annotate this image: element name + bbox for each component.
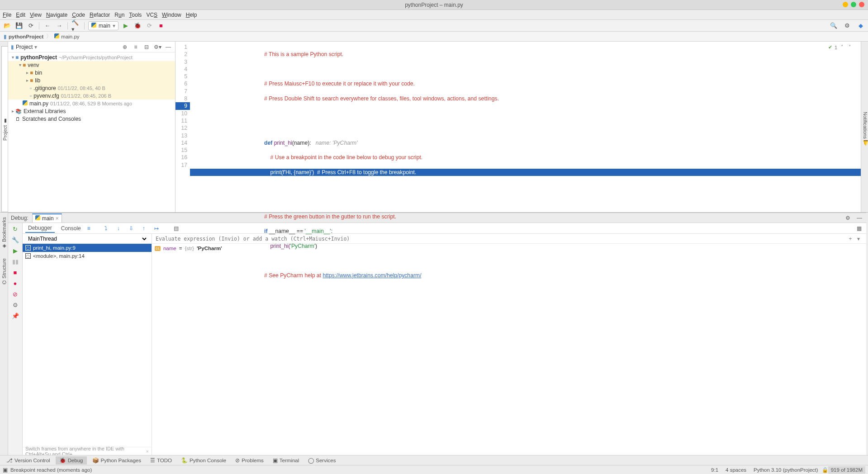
menu-code[interactable]: Code <box>72 12 85 18</box>
services-tab[interactable]: ◯Services <box>304 456 339 465</box>
stack-frame[interactable]: ▢ <module>, main.py:14 <box>23 252 152 260</box>
thread-selector[interactable]: MainThread <box>23 234 152 244</box>
tree-scratches[interactable]: Scratches and Consoles <box>8 115 175 123</box>
python-console-tab[interactable]: 🐍Python Console <box>177 456 230 465</box>
structure-tab[interactable]: ⌬ Structure <box>1 254 7 289</box>
project-tab[interactable]: Project ▮ <box>1 46 8 212</box>
rerun-icon[interactable]: ↻ <box>11 225 19 233</box>
menu-tools[interactable]: Tools <box>129 12 142 18</box>
tree-bin[interactable]: ▸ ■bin <box>8 69 175 76</box>
collapse-all-icon[interactable]: ⊟ <box>142 43 151 51</box>
frames-hint: Switch frames from anywhere in the IDE w… <box>23 447 152 455</box>
gear-icon[interactable]: ⚙▾ <box>153 43 161 51</box>
debug-session-tab[interactable]: main × <box>32 213 62 223</box>
coverage-icon[interactable]: ⟳ <box>145 21 154 30</box>
tree-pyvenv[interactable]: ▫pyvenv.cfg 01/11/22, 08:45, 206 B <box>8 92 175 100</box>
memory-indicator[interactable]: 919 of 1982M <box>828 466 865 474</box>
run-to-cursor-icon[interactable]: ↦ <box>152 225 161 232</box>
settings-icon[interactable]: ⚙ <box>843 21 852 30</box>
step-over-icon[interactable]: ⤵ <box>101 225 110 232</box>
step-out-icon[interactable]: ↑ <box>139 225 148 232</box>
select-opened-icon[interactable]: ⊕ <box>121 43 129 51</box>
problems-tab[interactable]: ⊘Problems <box>232 456 267 465</box>
python-packages-tab[interactable]: 📦Python Packages <box>89 456 145 465</box>
view-breakpoints-icon[interactable]: ● <box>11 279 19 287</box>
close-icon[interactable]: × <box>146 449 149 454</box>
debug-tab[interactable]: 🐞Debug <box>56 456 87 465</box>
menu-window[interactable]: Window <box>162 12 181 18</box>
code-editor[interactable]: 12345678 9 1011121314151617 # This is a … <box>175 42 861 212</box>
crumb-file[interactable]: main.py <box>54 33 79 39</box>
menu-help[interactable]: Help <box>186 12 197 18</box>
debugger-subtab[interactable]: Debugger <box>25 224 55 233</box>
minimize-button[interactable] <box>843 2 848 7</box>
stop-icon[interactable]: ■ <box>157 21 166 30</box>
stack-frame[interactable]: ▢ print_hi, main.py:9 <box>23 244 152 252</box>
expand-all-icon[interactable]: ≡ <box>132 43 140 51</box>
forward-icon[interactable]: → <box>55 21 64 30</box>
titlebar: pythonProject – main.py <box>0 0 868 10</box>
menu-vcs[interactable]: VCS <box>146 12 157 18</box>
notifications-tab[interactable]: 🔔 Notifications <box>862 112 868 146</box>
stop-icon[interactable]: ■ <box>11 268 19 276</box>
menu-run[interactable]: Run <box>114 12 124 18</box>
console-subtab[interactable]: Console <box>58 224 84 232</box>
build-icon[interactable]: 🔨▾ <box>71 21 81 30</box>
status-window-icon[interactable]: ▣ <box>3 467 8 473</box>
run-config-selector[interactable]: main ▾ <box>88 21 119 30</box>
menu-refactor[interactable]: Refactor <box>90 12 110 18</box>
search-icon[interactable]: 🔍 <box>829 21 838 30</box>
step-into-my-icon[interactable]: ⇩ <box>127 225 136 232</box>
version-control-tab[interactable]: ⎇Version Control <box>3 456 54 465</box>
editor-gutter[interactable]: 12345678 9 1011121314151617 <box>175 42 190 212</box>
dropdown-icon[interactable]: ▾ <box>34 44 37 50</box>
maximize-button[interactable] <box>851 2 856 7</box>
ide-icon[interactable]: ◆ <box>856 21 865 30</box>
bookmarks-tab[interactable]: ◈ Bookmarks <box>1 213 7 254</box>
editor-content[interactable]: # This is a sample Python script. # Pres… <box>190 42 861 212</box>
indent-setting[interactable]: 4 spaces <box>722 467 750 473</box>
terminal-icon: ▣ <box>273 457 278 464</box>
run-icon[interactable]: ▶ <box>121 21 130 30</box>
tree-gitignore[interactable]: ▫.gitignore 01/11/22, 08:45, 40 B <box>8 84 175 92</box>
tree-venv[interactable]: ▾ ■venv <box>8 61 175 69</box>
chevron-down-icon[interactable]: ˅ <box>847 44 853 50</box>
resume-icon[interactable]: ▶ <box>11 246 19 255</box>
evaluate-icon[interactable]: ▤ <box>172 225 181 232</box>
pause-icon[interactable]: ▮▮ <box>11 257 19 265</box>
todo-tab[interactable]: ☰TODO <box>147 456 175 465</box>
open-icon[interactable]: 📂 <box>3 21 12 30</box>
close-icon[interactable]: × <box>56 215 59 222</box>
mute-breakpoints-icon[interactable]: ⊘ <box>11 290 19 298</box>
editor-problems-widget[interactable]: ✔ 1 ˄ ˅ <box>828 44 853 50</box>
menu-edit[interactable]: Edit <box>16 12 25 18</box>
chevron-up-icon[interactable]: ˄ <box>840 44 845 50</box>
thread-dropdown[interactable]: MainThread <box>26 235 148 242</box>
interpreter[interactable]: Python 3.10 (pythonProject) <box>750 467 822 473</box>
run-config-label: main <box>99 23 110 29</box>
refresh-icon[interactable]: ⟳ <box>26 21 35 30</box>
pin-icon[interactable]: 📌 <box>11 312 19 320</box>
terminal-tab[interactable]: ▣Terminal <box>269 456 303 465</box>
lock-icon[interactable]: 🔒 <box>822 467 828 473</box>
threads-icon[interactable]: ≡ <box>87 225 90 232</box>
tree-root[interactable]: ▾■ pythonProject ~/PycharmProjects/pytho… <box>8 53 175 61</box>
tree-mainpy[interactable]: main.py 01/11/22, 08:46, 529 B Moments a… <box>8 100 175 107</box>
project-tree[interactable]: ▾■ pythonProject ~/PycharmProjects/pytho… <box>8 52 175 212</box>
settings-icon[interactable]: ⚙ <box>11 301 19 309</box>
hide-icon[interactable]: — <box>164 43 172 51</box>
tree-external-libs[interactable]: ▸ External Libraries <box>8 107 175 115</box>
crumb-project[interactable]: ▮ pythonProject <box>4 33 43 40</box>
menu-view[interactable]: View <box>30 12 42 18</box>
modify-icon[interactable]: 🔧 <box>11 236 19 244</box>
separator <box>84 22 85 29</box>
close-button[interactable] <box>859 2 864 7</box>
step-into-icon[interactable]: ↓ <box>114 225 123 232</box>
caret-position[interactable]: 9:1 <box>707 467 722 473</box>
save-icon[interactable]: 💾 <box>14 21 24 30</box>
menu-navigate[interactable]: Navigate <box>46 12 67 18</box>
back-icon[interactable]: ← <box>43 21 52 30</box>
tree-lib[interactable]: ▸ ■lib <box>8 76 175 84</box>
debug-icon[interactable]: 🐞 <box>133 21 142 30</box>
menu-file[interactable]: File <box>3 12 11 18</box>
